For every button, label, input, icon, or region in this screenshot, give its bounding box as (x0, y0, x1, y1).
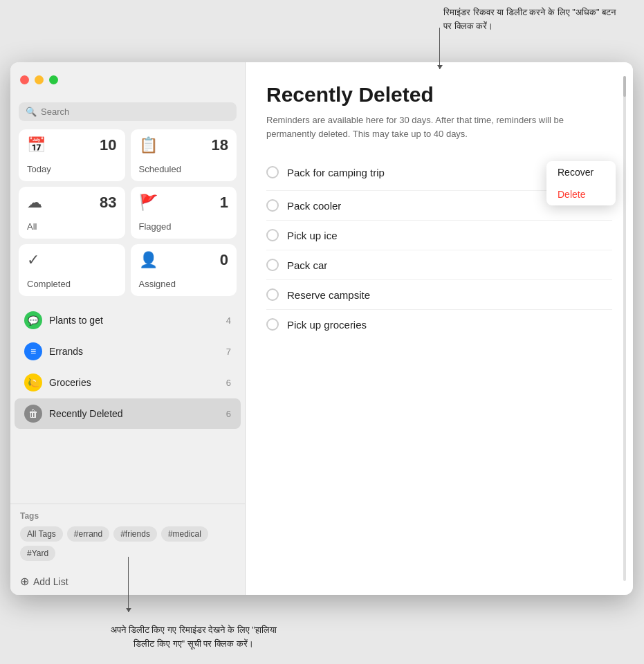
errands-count: 7 (226, 347, 231, 357)
reminder-checkbox-2[interactable] (266, 199, 279, 212)
close-button[interactable] (20, 75, 29, 84)
assigned-label: Assigned (139, 279, 229, 289)
scheduled-count: 18 (212, 136, 228, 154)
reminder-text-6: Pick up groceries (287, 319, 612, 331)
flagged-label: Flagged (139, 221, 229, 232)
groceries-icon: 🍋 (24, 374, 42, 391)
groceries-count: 6 (226, 378, 231, 388)
reminder-checkbox-3[interactable] (266, 229, 279, 241)
annotation-top: रिमाइंडर रिकवर या डिलीट करने के लिए "अधि… (443, 6, 623, 33)
sidebar: 🔍 📅 10 Today 📋 18 Scheduled (10, 62, 246, 595)
reminder-checkbox-4[interactable] (266, 259, 279, 271)
recently-deleted-count: 6 (226, 409, 231, 419)
smart-card-today[interactable]: 📅 10 Today (19, 129, 125, 181)
smart-card-all[interactable]: ☁ 83 All (19, 187, 125, 239)
scrollbar-thumb (623, 76, 626, 97)
list-item-errands[interactable]: ≡ Errands 7 (15, 336, 241, 367)
plants-name: Plants to get (49, 315, 219, 326)
annotation-line-bottom (128, 557, 129, 612)
reminder-item-5: Reserve campsite (266, 280, 612, 310)
tag-all-tags[interactable]: All Tags (20, 526, 63, 542)
reminder-item-3: Pick up ice (266, 221, 612, 250)
main-description: Reminders are available here for 30 days… (266, 113, 612, 140)
plants-count: 4 (226, 315, 231, 326)
add-list-label: Add List (33, 576, 68, 587)
minimize-button[interactable] (35, 75, 44, 84)
context-menu: Recover Delete (546, 161, 616, 205)
today-icon: 📅 (27, 136, 46, 154)
title-bar (10, 62, 246, 97)
add-list-icon: ⊕ (20, 575, 29, 588)
tag-medical[interactable]: #medical (161, 526, 208, 542)
errands-name: Errands (49, 346, 219, 357)
reminder-item-4: Pack car (266, 250, 612, 280)
reminder-checkbox-6[interactable] (266, 318, 279, 331)
reminder-text-3: Pick up ice (287, 230, 612, 241)
smart-card-assigned[interactable]: 👤 0 Assigned (131, 244, 237, 296)
reminder-text-4: Pack car (287, 259, 612, 271)
reminder-text-1: Pack for camping trip (287, 167, 585, 178)
groceries-name: Groceries (49, 377, 219, 388)
list-item-recently-deleted[interactable]: 🗑 Recently Deleted 6 (15, 398, 241, 429)
list-item-groceries[interactable]: 🍋 Groceries 6 (15, 367, 241, 398)
completed-icon: ✓ (27, 251, 39, 269)
scheduled-label: Scheduled (139, 164, 229, 174)
reminder-list: Pack for camping trip ··· Recover Delete… (266, 154, 612, 339)
annotation-arrow-top (439, 28, 440, 69)
smart-card-flagged[interactable]: 🚩 1 Flagged (131, 187, 237, 239)
reminder-text-5: Reserve campsite (287, 289, 612, 301)
annotation-bottom: अपने डिलीट किए गए रिमाइंडर देखने के लिए … (111, 623, 277, 650)
tag-errand[interactable]: #errand (67, 526, 109, 542)
search-icon: 🔍 (26, 107, 37, 117)
completed-label: Completed (27, 279, 117, 289)
recover-menu-item[interactable]: Recover (546, 161, 616, 183)
reminder-checkbox-5[interactable] (266, 288, 279, 301)
search-bar[interactable]: 🔍 (19, 102, 237, 121)
smart-card-scheduled[interactable]: 📋 18 Scheduled (131, 129, 237, 181)
flagged-icon: 🚩 (139, 194, 158, 212)
errands-icon: ≡ (24, 342, 42, 360)
tag-yard[interactable]: #Yard (20, 546, 55, 561)
app-window: 🔍 📅 10 Today 📋 18 Scheduled (10, 62, 633, 595)
reminder-item-1: Pack for camping trip ··· Recover Delete (266, 154, 612, 191)
smart-card-completed[interactable]: ✓ Completed (19, 244, 125, 296)
smart-lists-grid: 📅 10 Today 📋 18 Scheduled ☁ 83 All (10, 129, 245, 302)
all-label: All (27, 221, 117, 232)
list-item-plants[interactable]: 💬 Plants to get 4 (15, 305, 241, 335)
assigned-icon: 👤 (139, 251, 158, 269)
scheduled-icon: 📋 (139, 136, 158, 154)
search-input[interactable] (41, 107, 230, 117)
today-label: Today (27, 164, 117, 174)
custom-lists: 💬 Plants to get 4 ≡ Errands 7 🍋 Grocerie… (10, 302, 245, 504)
scrollbar-track[interactable] (623, 76, 626, 581)
reminder-item-6: Pick up groceries (266, 310, 612, 339)
recently-deleted-icon: 🗑 (24, 405, 42, 423)
tags-title: Tags (20, 511, 235, 521)
main-content: Recently Deleted Reminders are available… (246, 62, 633, 595)
all-icon: ☁ (27, 194, 42, 212)
all-count: 83 (100, 194, 116, 212)
assigned-count: 0 (220, 251, 228, 269)
delete-menu-item[interactable]: Delete (546, 183, 616, 205)
flagged-count: 1 (220, 194, 228, 212)
zoom-button[interactable] (49, 75, 58, 84)
plants-icon: 💬 (24, 311, 42, 329)
recently-deleted-name: Recently Deleted (49, 408, 219, 419)
tags-grid: All Tags #errand #friends #medical #Yard (20, 526, 235, 561)
reminder-checkbox-1[interactable] (266, 166, 279, 178)
tag-friends[interactable]: #friends (113, 526, 157, 542)
page-title: Recently Deleted (266, 83, 612, 107)
today-count: 10 (100, 136, 116, 154)
